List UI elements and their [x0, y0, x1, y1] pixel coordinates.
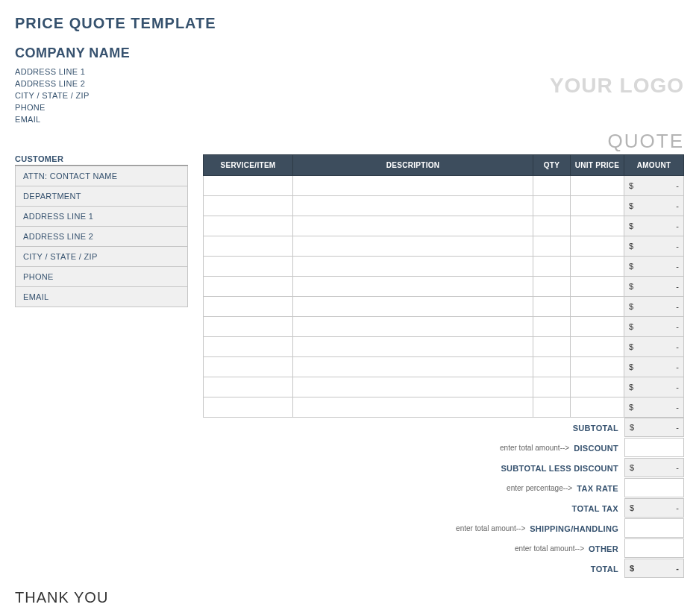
item-cell[interactable] [293, 337, 533, 357]
item-cell[interactable] [533, 277, 571, 297]
amount-cell: $- [624, 196, 684, 216]
item-cell[interactable] [204, 277, 293, 297]
footer-block: THANK YOU For questions concerning this … [15, 589, 236, 616]
page-title: PRICE QUOTE TEMPLATE [15, 15, 684, 32]
item-cell[interactable] [204, 196, 293, 216]
item-cell[interactable] [293, 216, 533, 236]
item-cell[interactable] [293, 176, 533, 196]
totals-label: TOTAL TAX [572, 504, 624, 513]
customer-cell[interactable]: ADDRESS LINE 2 [16, 227, 188, 247]
table-row: $- [204, 337, 684, 357]
customer-cell[interactable]: ATTN: CONTACT NAME [16, 166, 188, 186]
amount-cell: $- [624, 257, 684, 277]
table-row: $- [204, 196, 684, 216]
totals-value-cell[interactable] [624, 438, 684, 457]
item-cell[interactable] [571, 176, 624, 196]
totals-label: DISCOUNT [574, 444, 624, 453]
item-cell[interactable] [571, 236, 624, 257]
item-cell[interactable] [204, 257, 293, 277]
item-cell[interactable] [533, 236, 571, 257]
table-row: $- [204, 357, 684, 377]
item-cell[interactable] [204, 236, 293, 257]
totals-row: enter total amount-->DISCOUNT [203, 438, 684, 458]
item-cell[interactable] [533, 317, 571, 337]
item-cell[interactable] [204, 176, 293, 196]
item-cell[interactable] [533, 337, 571, 357]
item-cell[interactable] [533, 216, 571, 236]
item-cell[interactable] [293, 196, 533, 216]
table-row: $- [204, 277, 684, 297]
customer-table: ATTN: CONTACT NAME DEPARTMENT ADDRESS LI… [15, 166, 188, 307]
col-description-header: DESCRIPTION [293, 155, 533, 176]
item-cell[interactable] [571, 377, 624, 397]
thank-you-heading: THANK YOU [15, 589, 236, 606]
table-row: $- [204, 377, 684, 397]
company-line: CITY / STATE / ZIP [15, 89, 130, 101]
col-amount-header: AMOUNT [624, 155, 684, 176]
totals-hint: enter total amount--> [515, 544, 589, 553]
item-cell[interactable] [293, 357, 533, 377]
item-cell[interactable] [204, 216, 293, 236]
totals-label: OTHER [589, 544, 624, 553]
amount-cell: $- [624, 317, 684, 337]
totals-value-cell: $- [624, 418, 684, 437]
totals-row: enter total amount-->OTHER [203, 538, 684, 559]
item-cell[interactable] [571, 397, 624, 418]
totals-area: SUBTOTAL$-enter total amount-->DISCOUNTS… [203, 418, 684, 579]
totals-value-cell: $- [624, 458, 684, 477]
totals-row: enter total amount-->SHIPPING/HANDLING [203, 518, 684, 538]
item-cell[interactable] [293, 277, 533, 297]
totals-value-cell[interactable] [624, 538, 684, 558]
totals-row: enter percentage-->TAX RATE [203, 478, 684, 498]
table-row: $- [204, 317, 684, 337]
table-row: $- [204, 257, 684, 277]
item-cell[interactable] [293, 236, 533, 257]
customer-cell[interactable]: ADDRESS LINE 1 [16, 207, 188, 227]
totals-value-cell[interactable] [624, 518, 684, 538]
amount-cell: $- [624, 216, 684, 236]
item-cell[interactable] [571, 196, 624, 216]
item-cell[interactable] [293, 377, 533, 397]
customer-cell[interactable]: EMAIL [16, 287, 188, 307]
totals-hint: enter total amount--> [500, 444, 574, 452]
customer-cell[interactable]: PHONE [16, 267, 188, 287]
item-cell[interactable] [571, 257, 624, 277]
item-cell[interactable] [571, 337, 624, 357]
customer-cell[interactable]: DEPARTMENT [16, 186, 188, 207]
item-cell[interactable] [533, 176, 571, 196]
amount-cell: $- [624, 277, 684, 297]
customer-cell[interactable]: CITY / STATE / ZIP [16, 247, 188, 267]
item-cell[interactable] [293, 257, 533, 277]
item-cell[interactable] [571, 317, 624, 337]
totals-hint: enter total amount--> [456, 524, 530, 532]
item-cell[interactable] [204, 377, 293, 397]
col-unitprice-header: UNIT PRICE [571, 155, 624, 176]
table-row: $- [204, 216, 684, 236]
item-cell[interactable] [533, 257, 571, 277]
item-cell[interactable] [571, 357, 624, 377]
item-cell[interactable] [571, 297, 624, 317]
item-cell[interactable] [204, 357, 293, 377]
amount-cell: $- [624, 357, 684, 377]
item-cell[interactable] [533, 377, 571, 397]
totals-row: TOTAL TAX$- [203, 498, 684, 518]
item-cell[interactable] [533, 357, 571, 377]
item-cell[interactable] [204, 337, 293, 357]
totals-label: SUBTOTAL LESS DISCOUNT [501, 464, 624, 473]
item-cell[interactable] [533, 297, 571, 317]
item-cell[interactable] [571, 216, 624, 236]
item-cell[interactable] [293, 297, 533, 317]
item-cell[interactable] [204, 297, 293, 317]
totals-row: SUBTOTAL LESS DISCOUNT$- [203, 458, 684, 478]
totals-value-cell[interactable] [624, 478, 684, 497]
item-cell[interactable] [204, 317, 293, 337]
item-cell[interactable] [533, 397, 571, 418]
item-cell[interactable] [293, 397, 533, 418]
customer-heading: CUSTOMER [15, 154, 188, 166]
items-table: SERVICE/ITEM DESCRIPTION QTY UNIT PRICE … [203, 154, 684, 418]
item-cell[interactable] [293, 317, 533, 337]
item-cell[interactable] [204, 397, 293, 418]
totals-label: TAX RATE [577, 484, 624, 493]
item-cell[interactable] [533, 196, 571, 216]
item-cell[interactable] [571, 277, 624, 297]
